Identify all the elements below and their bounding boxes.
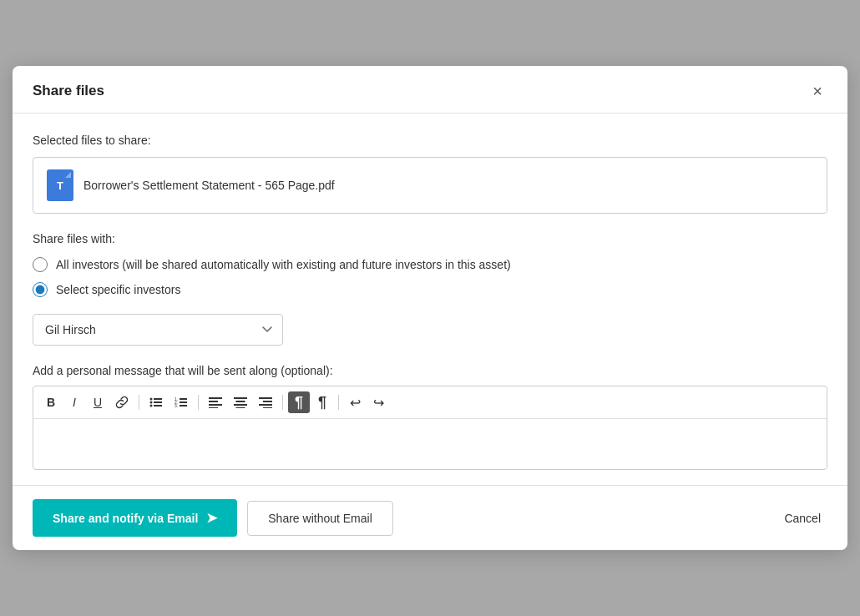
toolbar-sep-1 xyxy=(139,395,139,410)
share-with-label: Share files with: xyxy=(33,232,827,245)
share-no-email-button[interactable]: Share without Email xyxy=(247,501,393,536)
toolbar-bullet-list[interactable] xyxy=(144,391,168,413)
svg-rect-21 xyxy=(263,401,272,402)
link-icon xyxy=(115,396,129,409)
cancel-button[interactable]: Cancel xyxy=(777,502,827,535)
share-email-label: Share and notify via Email xyxy=(53,512,198,525)
message-editor[interactable] xyxy=(33,419,827,469)
svg-point-2 xyxy=(150,401,153,404)
svg-rect-3 xyxy=(154,401,162,403)
toolbar-bold[interactable]: B xyxy=(40,391,62,413)
svg-rect-22 xyxy=(259,404,272,406)
editor-container: B I U xyxy=(33,386,827,470)
svg-rect-14 xyxy=(209,404,222,406)
radio-group: All investors (will be shared automatica… xyxy=(33,257,827,297)
toolbar-align-center[interactable] xyxy=(229,391,252,413)
radio-all-label: All investors (will be shared automatica… xyxy=(56,258,511,271)
svg-rect-17 xyxy=(236,401,245,402)
share-icon: ➤ xyxy=(206,510,217,526)
radio-specific-investors[interactable]: Select specific investors xyxy=(33,282,827,297)
radio-specific-label: Select specific investors xyxy=(56,283,180,296)
file-icon: T xyxy=(47,169,73,201)
svg-rect-16 xyxy=(234,397,247,399)
toolbar-align-right[interactable] xyxy=(254,391,277,413)
modal-overlay: Share files × Selected files to share: T… xyxy=(0,0,860,616)
message-label: Add a personal message that will be sent… xyxy=(33,364,827,377)
svg-rect-23 xyxy=(263,407,272,408)
toolbar-link[interactable] xyxy=(110,391,134,413)
toolbar-align-left[interactable] xyxy=(204,391,227,413)
svg-rect-7 xyxy=(180,398,187,400)
share-files-modal: Share files × Selected files to share: T… xyxy=(13,66,847,550)
share-no-email-label: Share without Email xyxy=(268,512,372,525)
svg-rect-15 xyxy=(209,407,218,408)
svg-rect-11 xyxy=(180,405,187,406)
radio-all-investors[interactable]: All investors (will be shared automatica… xyxy=(33,257,827,272)
radio-all-input[interactable] xyxy=(33,257,48,272)
toolbar-numbered-list[interactable]: 1. 2. 3. xyxy=(169,391,193,413)
svg-rect-1 xyxy=(154,398,162,400)
svg-rect-19 xyxy=(236,407,245,408)
svg-point-0 xyxy=(150,398,153,401)
close-button[interactable]: × xyxy=(807,81,827,101)
svg-rect-9 xyxy=(180,401,187,403)
svg-point-4 xyxy=(150,405,153,407)
toolbar-sep-3 xyxy=(282,395,283,410)
svg-rect-18 xyxy=(234,404,247,406)
toolbar-underline[interactable]: U xyxy=(87,391,109,413)
cancel-label: Cancel xyxy=(784,512,821,525)
file-name: Borrower's Settlement Statement - 565 Pa… xyxy=(83,179,335,192)
editor-toolbar: B I U xyxy=(33,386,827,419)
modal-footer: Share and notify via Email ➤ Share witho… xyxy=(13,485,847,550)
radio-specific-input[interactable] xyxy=(33,282,48,297)
file-box: T Borrower's Settlement Statement - 565 … xyxy=(33,157,827,214)
svg-rect-12 xyxy=(209,397,222,399)
modal-header: Share files × xyxy=(13,66,847,114)
align-left-icon xyxy=(209,396,222,408)
investor-select-wrapper: Gil Hirsch xyxy=(33,314,827,346)
svg-rect-20 xyxy=(259,397,272,399)
numbered-list-icon: 1. 2. 3. xyxy=(175,396,188,408)
toolbar-italic[interactable]: I xyxy=(63,391,85,413)
toolbar-undo[interactable]: ↩ xyxy=(344,391,366,413)
svg-text:3.: 3. xyxy=(175,403,178,408)
svg-rect-5 xyxy=(154,405,162,406)
modal-title: Share files xyxy=(33,83,104,99)
toolbar-paragraph[interactable]: ¶ xyxy=(288,391,310,413)
file-icon-letter: T xyxy=(57,179,63,192)
align-center-icon xyxy=(234,396,247,408)
bullet-list-icon xyxy=(149,396,163,408)
toolbar-paragraph-rtl[interactable]: ¶ xyxy=(311,391,333,413)
modal-body: Selected files to share: T Borrower's Se… xyxy=(13,114,847,485)
align-right-icon xyxy=(259,396,272,408)
toolbar-sep-4 xyxy=(338,395,339,410)
toolbar-sep-2 xyxy=(198,395,199,410)
share-email-button[interactable]: Share and notify via Email ➤ xyxy=(33,499,237,537)
selected-files-label: Selected files to share: xyxy=(33,134,827,147)
svg-rect-13 xyxy=(209,401,218,402)
toolbar-redo[interactable]: ↪ xyxy=(367,391,389,413)
investor-select[interactable]: Gil Hirsch xyxy=(33,314,283,346)
